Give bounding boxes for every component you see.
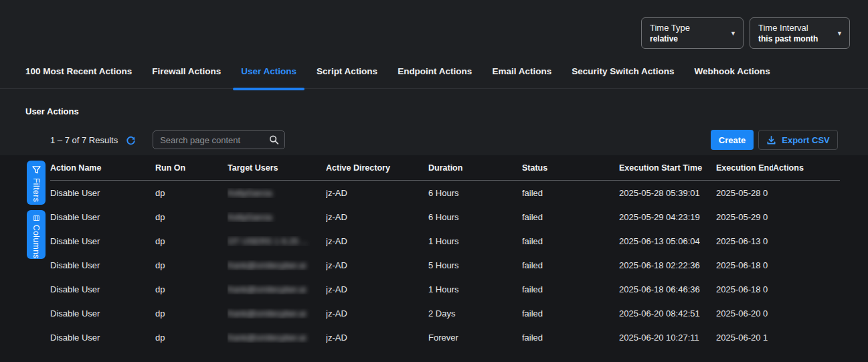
actions-tabbar: 100 Most Recent ActionsFirewall ActionsU… [0, 62, 868, 89]
cell-execution_end_time: 2025-06-13 0 [716, 236, 773, 246]
cell-value: dp [155, 333, 165, 343]
tab-100-most-recent-actions[interactable]: 100 Most Recent Actions [15, 62, 142, 89]
cell-status: failed [522, 284, 619, 294]
user-actions-table-section: Filters Columns Action NameRun OnTarget … [0, 155, 868, 362]
cell-run_on: dp [155, 260, 228, 270]
chevron-down-icon: ▼ [837, 30, 843, 37]
columns-label: Columns [31, 225, 41, 259]
tab-email-actions[interactable]: Email Actions [482, 62, 561, 89]
cell-target_users: KellyGarcia [228, 188, 326, 198]
cell-value: 6 Hours [428, 188, 459, 198]
cell-value: jz-AD [326, 236, 347, 246]
redacted-value: OT USERS 1 6.25 ... [228, 236, 308, 246]
cell-value: dp [155, 236, 165, 246]
tab-user-actions[interactable]: User Actions [231, 62, 307, 89]
cell-active_directory: jz-AD [326, 260, 428, 270]
cell-status: failed [522, 236, 619, 246]
cell-value: dp [155, 260, 165, 270]
table-header-row: Action NameRun OnTarget UsersActive Dire… [50, 155, 840, 181]
cell-value: Forever [428, 333, 458, 343]
cell-value: 2025-05-28 05:39:01 [619, 188, 700, 198]
cell-value: dp [155, 284, 165, 294]
time-controls: Time Type relative ▼ Time Interval this … [641, 17, 850, 49]
cell-value: failed [522, 188, 543, 198]
cell-value: Disable User [50, 236, 100, 246]
cell-value: jz-AD [326, 284, 347, 294]
cell-value: 2025-06-20 10:27:11 [619, 333, 699, 343]
chevron-down-icon: ▼ [730, 30, 736, 37]
cell-run_on: dp [155, 308, 228, 319]
user-actions-table: Action NameRun OnTarget UsersActive Dire… [50, 155, 840, 362]
cell-target_users: frank@smilecyber.ai [228, 260, 326, 270]
table-row: Disable Userdpfrank@smilecyber.aijz-ADFo… [50, 325, 840, 349]
cell-value: failed [522, 260, 543, 270]
column-header-execution_start_time: Execution Start Time [619, 163, 716, 173]
filters-button[interactable]: Filters [27, 161, 46, 205]
cell-value: dp [155, 212, 165, 222]
cell-execution_start_time: 2025-06-20 08:42:51 [619, 308, 716, 319]
cell-execution_end_time: 2025-06-18 0 [716, 260, 773, 270]
redacted-value: KellyGarcia [228, 212, 272, 222]
cell-value: 2025-05-28 0 [716, 188, 768, 198]
cell-active_directory: jz-AD [326, 308, 428, 319]
time-type-dropdown[interactable]: Time Type relative ▼ [641, 17, 744, 49]
table-row: Disable Userdpfrank@smilecyber.aijz-AD2 … [50, 301, 840, 325]
tab-security-switch-actions[interactable]: Security Switch Actions [561, 62, 684, 89]
cell-duration: Forever [428, 333, 522, 343]
cell-value: dp [155, 188, 165, 198]
cell-value: 1 Hours [428, 284, 459, 294]
cell-value: jz-AD [326, 308, 347, 319]
cell-duration: 6 Hours [428, 188, 522, 198]
column-header-run_on: Run On [155, 163, 228, 173]
cell-value: Disable User [50, 188, 100, 198]
tab-firewall-actions[interactable]: Firewall Actions [142, 62, 231, 89]
results-count: 1 – 7 of 7 Results [50, 135, 118, 145]
download-icon [766, 135, 776, 145]
refresh-icon [126, 135, 136, 145]
refresh-button[interactable] [124, 134, 137, 146]
tab-endpoint-actions[interactable]: Endpoint Actions [387, 62, 482, 89]
cell-active_directory: jz-AD [326, 333, 428, 343]
cell-action_name: Disable User [50, 236, 155, 246]
search-box [153, 130, 285, 149]
table-row: Disable Userdpfrank@smilecyber.aijz-AD1 … [50, 277, 840, 301]
table-row: Disable Userdpfrank@smilecyber.aijz-AD5 … [50, 253, 840, 277]
cell-duration: 1 Hours [428, 284, 522, 294]
cell-value: Disable User [50, 308, 100, 319]
cell-value: failed [522, 284, 543, 294]
redacted-value: frank@smilecyber.ai [228, 284, 306, 294]
columns-button[interactable]: Columns [27, 210, 46, 259]
cell-execution_start_time: 2025-06-18 06:46:36 [619, 284, 716, 294]
column-header-execution_end_time: Execution End Time [716, 163, 773, 173]
column-header-duration: Duration [428, 163, 522, 173]
cell-value: 2025-06-13 05:06:04 [619, 236, 700, 246]
export-csv-button[interactable]: Export CSV [758, 130, 838, 150]
cell-duration: 1 Hours [428, 236, 522, 246]
cell-value: 2025-05-29 0 [716, 212, 768, 222]
cell-value: 5 Hours [428, 260, 459, 270]
cell-value: failed [522, 236, 543, 246]
cell-value: 2025-06-20 08:42:51 [619, 308, 700, 319]
cell-execution_end_time: 2025-05-29 0 [716, 212, 773, 222]
export-csv-label: Export CSV [782, 135, 830, 145]
cell-value: jz-AD [326, 333, 347, 343]
time-interval-dropdown[interactable]: Time Interval this past month ▼ [750, 17, 850, 49]
cell-value: 2025-05-29 04:23:19 [619, 212, 700, 222]
columns-icon [32, 215, 41, 221]
cell-value: failed [522, 212, 543, 222]
table-body: Disable UserdpKellyGarciajz-AD6 Hoursfai… [50, 181, 840, 349]
cell-target_users: frank@smilecyber.ai [228, 333, 326, 343]
table-row: Disable UserdpOT USERS 1 6.25 ...jz-AD1 … [50, 229, 840, 253]
create-button[interactable]: Create [711, 130, 754, 150]
cell-execution_start_time: 2025-06-18 02:22:36 [619, 260, 716, 270]
cell-action_name: Disable User [50, 308, 155, 319]
cell-value: jz-AD [326, 212, 347, 222]
search-input[interactable] [153, 131, 284, 149]
tab-webhook-actions[interactable]: Webhook Actions [684, 62, 780, 89]
column-header-actions: Actions [773, 163, 840, 173]
filter-icon [32, 166, 41, 174]
column-header-target_users: Target Users [228, 163, 326, 173]
cell-action_name: Disable User [50, 284, 155, 294]
tab-script-actions[interactable]: Script Actions [307, 62, 387, 89]
redacted-value: frank@smilecyber.ai [228, 333, 306, 343]
